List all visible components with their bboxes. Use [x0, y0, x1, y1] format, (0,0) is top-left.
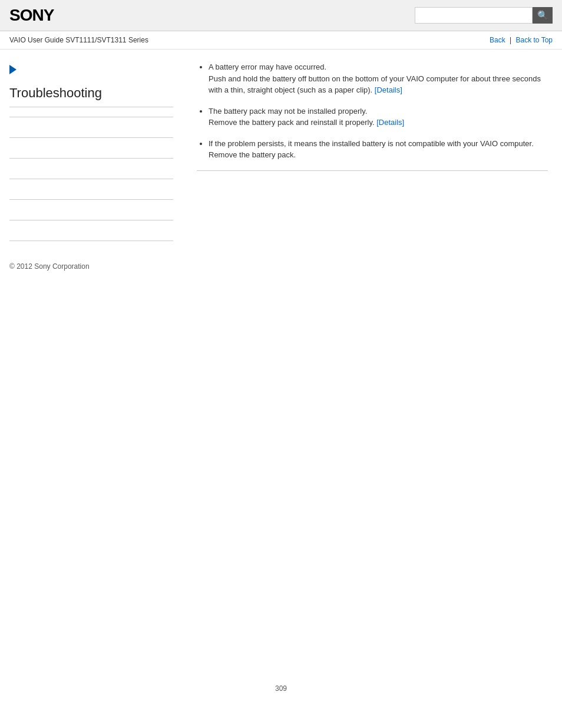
section-title: Troubleshooting: [9, 85, 173, 107]
search-icon: 🔍: [537, 10, 548, 21]
sidebar-item[interactable]: [9, 200, 173, 220]
item-title-3: If the problem persists, it means the in…: [209, 139, 534, 148]
sidebar-item[interactable]: [9, 159, 173, 179]
item-desc-3: Remove the battery pack.: [209, 150, 296, 159]
sidebar-item[interactable]: [9, 179, 173, 200]
nav-links: Back | Back to Top: [490, 36, 553, 44]
bullet-list: A battery error may have occurred. Push …: [197, 61, 548, 161]
list-item: If the problem persists, it means the in…: [209, 138, 548, 161]
search-area: 🔍: [415, 7, 553, 24]
content-section: A battery error may have occurred. Push …: [197, 61, 548, 171]
page-number: 309: [0, 673, 562, 704]
item-title-1: A battery error may have occurred.: [209, 62, 326, 71]
sidebar: Troubleshooting: [0, 50, 183, 251]
footer: © 2012 Sony Corporation: [0, 251, 562, 282]
content-area: Troubleshooting A battery error may have…: [0, 50, 562, 251]
back-link[interactable]: Back: [490, 36, 505, 44]
list-item: The battery pack may not be installed pr…: [209, 106, 548, 129]
sidebar-item[interactable]: [9, 117, 173, 138]
sidebar-items-list: [9, 117, 173, 241]
breadcrumb: VAIO User Guide SVT1111/SVT1311 Series: [9, 36, 148, 44]
detail-link-1[interactable]: [Details]: [375, 85, 402, 94]
item-title-2: The battery pack may not be installed pr…: [209, 107, 367, 116]
nav-separator: |: [510, 36, 511, 44]
back-to-top-link[interactable]: Back to Top: [516, 36, 553, 44]
item-desc-2: Remove the battery pack and reinstall it…: [209, 118, 375, 127]
sony-logo: SONY: [9, 6, 54, 25]
nav-bar: VAIO User Guide SVT1111/SVT1311 Series B…: [0, 31, 562, 50]
sidebar-item[interactable]: [9, 138, 173, 159]
page-header: SONY 🔍: [0, 0, 562, 31]
copyright-text: © 2012 Sony Corporation: [9, 262, 90, 271]
chevron-icon: [9, 65, 16, 74]
search-input[interactable]: [415, 7, 533, 24]
main-content: A battery error may have occurred. Push …: [183, 50, 562, 251]
search-button[interactable]: 🔍: [533, 7, 553, 24]
detail-link-2[interactable]: [Details]: [376, 118, 404, 127]
list-item: A battery error may have occurred. Push …: [209, 61, 548, 96]
sidebar-item[interactable]: [9, 220, 173, 241]
